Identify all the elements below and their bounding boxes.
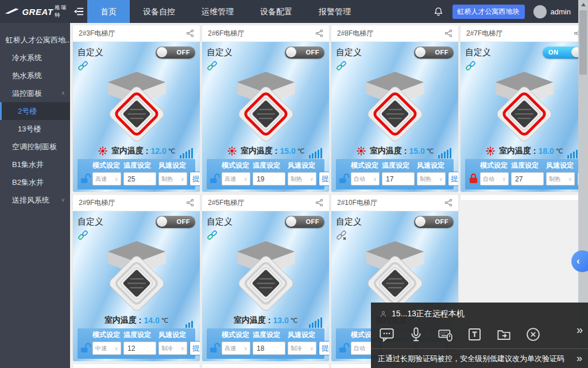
share-icon[interactable]: [444, 199, 452, 207]
panel-expand-icon[interactable]: »: [577, 323, 583, 336]
mode-select[interactable]: 高速: [222, 342, 250, 355]
sidebar-item-ventilation[interactable]: 送排风系统: [0, 191, 70, 209]
sidebar-item-project-root[interactable]: 虹桥人才公寓西地...: [0, 31, 70, 49]
lock-closed-icon[interactable]: [467, 172, 479, 184]
power-toggle[interactable]: OFF: [156, 216, 195, 228]
control-bar: 模式设定 温度设定 风速设定 自动 27 制热 提交: [465, 159, 583, 189]
mode-set-label: 模式设定: [480, 161, 509, 171]
mode-set-label: 模式设定: [351, 161, 380, 171]
sidebar-item-ac-control-panel[interactable]: 空调控制面板: [0, 138, 70, 156]
lock-open-icon[interactable]: [338, 172, 350, 184]
fan-select[interactable]: 制热: [417, 172, 446, 185]
text-input-icon[interactable]: [467, 327, 482, 342]
tab-home[interactable]: 首页: [87, 0, 130, 23]
room-temp-label: 室内温度: [241, 146, 273, 156]
fan-select[interactable]: 制热: [546, 172, 575, 185]
room-temp-row: 室内温度 : 18.0℃: [465, 143, 583, 159]
link-connected-icon: [207, 60, 218, 71]
mode-select[interactable]: 高速: [92, 172, 121, 185]
mode-select[interactable]: 自动: [480, 172, 509, 185]
menu-fold-icon[interactable]: [70, 0, 87, 23]
card-header: 2#9F电梯厅: [73, 195, 200, 211]
remote-control-panel: 15...13正在远程本机: [371, 303, 588, 368]
card-title: 2#8F电梯厅: [337, 29, 373, 38]
power-toggle[interactable]: OFF: [285, 47, 324, 59]
ac-card: 2#3F电梯厅 自定义 OFF 室内温度 : 12.0℃: [73, 25, 200, 192]
share-icon[interactable]: [444, 29, 452, 37]
share-icon[interactable]: [186, 29, 194, 37]
user-menu[interactable]: admin: [533, 5, 571, 18]
control-bar: 模式设定 温度设定 风速设定 中速 12 制冷 提交: [78, 328, 195, 359]
sidebar-item-b1-sump[interactable]: B1集水井: [0, 156, 70, 173]
power-toggle[interactable]: OFF: [414, 216, 454, 228]
temp-set-input[interactable]: 27: [511, 172, 544, 185]
tab-ops-management[interactable]: 运维管理: [188, 0, 247, 23]
sidebar-item-building-2[interactable]: 2号楼: [0, 102, 70, 120]
fan-select[interactable]: 制热: [288, 172, 316, 185]
power-toggle[interactable]: ON: [543, 47, 583, 59]
temp-set-label: 温度设定: [253, 161, 285, 171]
chat-icon[interactable]: [379, 327, 394, 342]
submit-button[interactable]: 提交: [189, 341, 200, 355]
lock-open-icon[interactable]: [209, 342, 221, 354]
lock-open-icon[interactable]: [209, 172, 221, 184]
tab-alarm-management[interactable]: 报警管理: [305, 0, 364, 23]
lock-open-icon[interactable]: [338, 342, 350, 354]
fan-select[interactable]: 制热: [158, 172, 187, 185]
lock-open-icon[interactable]: [80, 172, 92, 184]
submit-button[interactable]: 提交: [319, 172, 329, 186]
status-expand-icon[interactable]: »: [577, 352, 582, 365]
mode-select[interactable]: 自动: [351, 172, 380, 185]
room-temp-value: 15.0: [280, 146, 295, 156]
share-icon[interactable]: [315, 199, 323, 207]
submit-button[interactable]: 提交: [189, 172, 200, 186]
mode-select[interactable]: 中速: [92, 342, 121, 355]
power-toggle[interactable]: OFF: [414, 47, 454, 59]
submit-button[interactable]: 提交: [448, 172, 458, 186]
heating-icon: [98, 146, 108, 156]
sidebar-item-b2-sump[interactable]: B2集水井: [0, 173, 70, 191]
scrollbar-up-arrow-icon[interactable]: [578, 0, 588, 10]
link-connected-icon: [207, 230, 218, 241]
submit-button[interactable]: 提交: [319, 341, 329, 355]
close-session-icon[interactable]: [525, 327, 541, 342]
power-toggle[interactable]: OFF: [156, 47, 195, 59]
card-title: 2#9F电梯厅: [79, 198, 115, 208]
toggle-state-label: OFF: [306, 49, 320, 56]
scrollbar-thumb[interactable]: [579, 10, 587, 75]
ac-unit-image: [465, 71, 583, 142]
fan-select[interactable]: 制冷: [158, 342, 187, 355]
temp-set-input[interactable]: 12: [123, 342, 156, 355]
keyboard-mouse-icon[interactable]: [438, 327, 453, 342]
mode-select[interactable]: 高速: [222, 172, 250, 185]
sidebar-item-thermostat-panel[interactable]: 温控面板: [0, 84, 70, 102]
project-selector-button[interactable]: 虹桥人才公寓西地块: [452, 5, 525, 19]
sidebar-item-hot-water[interactable]: 热水系统: [0, 67, 70, 84]
remote-security-statusbar: 正通过长期验证码被控，安全级别低建议改为单次验证码 »: [371, 348, 588, 368]
control-bar: 模式设定 温度设定 风速设定 高速 19 制热 提交: [207, 159, 324, 189]
temp-set-input[interactable]: 17: [382, 172, 415, 185]
tab-device-config[interactable]: 设备配置: [247, 0, 305, 23]
share-icon[interactable]: [315, 29, 323, 37]
room-temp-row: 室内温度 : 15.0℃: [336, 143, 454, 159]
notification-bell-icon[interactable]: [433, 6, 444, 17]
ac-unit-image: [336, 71, 454, 142]
toggle-state-label: OFF: [435, 49, 449, 56]
fan-select[interactable]: 制冷: [288, 342, 316, 355]
microphone-icon[interactable]: [408, 327, 424, 342]
power-toggle[interactable]: OFF: [285, 216, 324, 228]
fan-set-label: 风速设定: [158, 330, 187, 340]
custom-mode-label: 自定义: [336, 216, 362, 227]
share-icon[interactable]: [186, 199, 194, 207]
room-temp-value: 18.0: [538, 146, 554, 156]
lock-open-icon[interactable]: [80, 342, 92, 354]
sidebar-item-building-13[interactable]: 13号楼: [0, 120, 70, 138]
file-transfer-icon[interactable]: [496, 327, 512, 342]
tab-device-auto-control[interactable]: 设备自控: [130, 0, 188, 23]
sidebar-item-chilled-water[interactable]: 冷水系统: [0, 49, 70, 67]
temp-set-input[interactable]: 19: [253, 172, 285, 185]
temp-set-label: 温度设定: [123, 330, 156, 340]
temp-set-input[interactable]: 25: [123, 172, 156, 185]
temp-set-input[interactable]: 18: [253, 342, 285, 355]
heating-icon: [227, 146, 237, 156]
